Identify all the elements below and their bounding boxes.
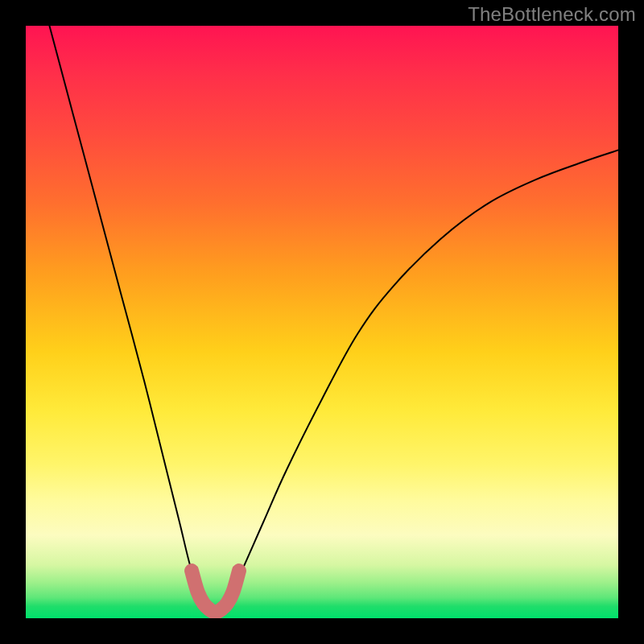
curve-svg [26, 26, 618, 618]
minimum-marker [192, 571, 239, 613]
chart-frame: TheBottleneck.com [0, 0, 644, 644]
plot-area [26, 26, 618, 618]
watermark-text: TheBottleneck.com [468, 3, 636, 26]
bottleneck-curve [49, 26, 618, 613]
